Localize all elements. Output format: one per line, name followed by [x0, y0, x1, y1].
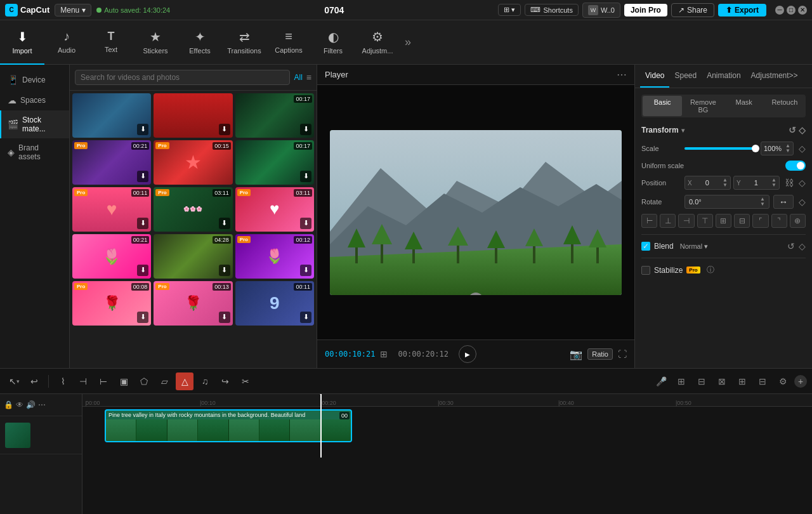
transform-keyframe-icon[interactable]: ◇: [799, 125, 806, 135]
tl-group3-button[interactable]: ⊠: [713, 372, 731, 390]
stabilize-checkbox[interactable]: [641, 266, 650, 275]
align-center-v[interactable]: ⊞: [716, 214, 731, 228]
toolbar-text[interactable]: T Text: [89, 20, 133, 65]
audio-icon[interactable]: 🔊: [26, 400, 36, 409]
media-thumb-7[interactable]: ♥ Pro 00:11 ⬇: [72, 187, 151, 232]
tl-split-tool[interactable]: ⌇: [54, 372, 72, 390]
tl-zoom-plus-button[interactable]: +: [794, 375, 807, 388]
rotate-field[interactable]: 0.0° ▲ ▼: [684, 195, 769, 209]
align-tr[interactable]: ⌝: [771, 214, 787, 228]
uniform-scale-toggle[interactable]: [785, 161, 806, 171]
tl-split3-tool[interactable]: ⊢: [95, 372, 112, 390]
sidebar-item-spaces[interactable]: ☁ Spaces: [0, 90, 69, 110]
scale-value[interactable]: 100% ▲ ▼: [761, 142, 794, 155]
play-button[interactable]: ▶: [459, 345, 476, 363]
download-icon-2[interactable]: ⬇: [219, 124, 230, 135]
position-y-field[interactable]: Y 1 ▲ ▼: [733, 176, 780, 190]
media-thumb-15[interactable]: 9 00:11 ⬇: [235, 281, 314, 326]
align-right[interactable]: ⊣: [678, 214, 694, 228]
media-thumb-11[interactable]: 04:28 ⬇: [154, 234, 232, 279]
rotate-stepper[interactable]: ▲ ▼: [760, 197, 765, 207]
minimize-button[interactable]: ─: [775, 6, 784, 15]
share-button[interactable]: ↗ Share: [671, 3, 714, 17]
tab-animation[interactable]: Animation: [702, 65, 745, 88]
tl-trim-tool[interactable]: ✂: [237, 372, 254, 390]
align-distribute[interactable]: ⊕: [790, 214, 806, 228]
sidebar-item-stock[interactable]: 🎬 Stock mate...: [0, 110, 69, 138]
search-input[interactable]: [75, 70, 290, 85]
position-keyframe-icon[interactable]: ◇: [799, 178, 806, 188]
tl-pip-tool[interactable]: ▱: [155, 372, 173, 390]
download-icon-11[interactable]: ⬇: [219, 265, 230, 276]
download-icon-10[interactable]: ⬇: [137, 265, 148, 276]
all-filter-button[interactable]: All: [294, 73, 302, 82]
media-thumb-12[interactable]: 🌷 Pro 00:12 ⬇: [235, 234, 314, 279]
download-icon-1[interactable]: ⬇: [137, 124, 148, 135]
download-icon-14[interactable]: ⬇: [219, 312, 230, 323]
layout-button[interactable]: ⊞ ▾: [498, 4, 521, 16]
grid-icon[interactable]: ⊞: [380, 349, 388, 359]
media-thumb-5[interactable]: ★ Pro 00:15: [154, 140, 232, 185]
tl-group5-button[interactable]: ⊟: [754, 372, 771, 390]
scale-keyframe-icon[interactable]: ◇: [799, 143, 806, 154]
transform-reset-icon[interactable]: ↺: [789, 125, 796, 135]
media-thumb-13[interactable]: 🌹 Pro 00:08 ⬇: [72, 281, 151, 326]
subtab-retouch[interactable]: Retouch: [765, 96, 804, 116]
download-icon-3[interactable]: ⬇: [300, 124, 311, 135]
y-stepper[interactable]: ▲ ▼: [771, 178, 776, 188]
sidebar-item-brand[interactable]: ◈ Brand assets: [0, 138, 69, 166]
ratio-button[interactable]: Ratio: [587, 348, 613, 360]
media-thumb-10[interactable]: 🌷 00:21 ⬇: [72, 234, 151, 279]
export-button[interactable]: ⬆ Export: [718, 4, 766, 16]
toolbar-more-button[interactable]: »: [400, 36, 416, 49]
tl-undo-tool[interactable]: ↩: [25, 372, 43, 390]
subtab-mask[interactable]: Mask: [724, 96, 764, 116]
align-tl[interactable]: ⌜: [752, 214, 768, 228]
track-area[interactable]: 00:00 |00:10 |00:20 |00:30 |00:40 |00:50…: [82, 394, 812, 514]
position-link-icon[interactable]: ⛓: [785, 178, 794, 188]
filter-icon[interactable]: ≡: [306, 72, 311, 82]
tl-group2-button[interactable]: ⊟: [693, 372, 710, 390]
tl-marker-tool[interactable]: △: [176, 372, 193, 390]
camera-icon[interactable]: 📷: [570, 348, 582, 360]
tl-group1-button[interactable]: ⊞: [672, 372, 690, 390]
media-thumb-3[interactable]: 00:17 ⬇: [235, 93, 314, 138]
menu-button[interactable]: Menu ▾: [55, 4, 91, 16]
media-thumb-4[interactable]: Pro 00:21 ⬇: [72, 140, 151, 185]
tl-group4-button[interactable]: ⊞: [733, 372, 751, 390]
toolbar-filters[interactable]: ◐ Filters: [311, 20, 355, 65]
tl-audio-tool[interactable]: ♫: [196, 372, 214, 390]
media-thumb-8[interactable]: 🌸🌸🌸 Pro 03:11 ⬇: [154, 187, 232, 232]
video-clip-1[interactable]: Pine tree valley in Italy with rocky mou…: [105, 409, 352, 442]
align-left[interactable]: ⊢: [641, 214, 657, 228]
tab-video[interactable]: Video: [640, 65, 669, 88]
x-stepper[interactable]: ▲ ▼: [723, 178, 728, 188]
tl-mic-button[interactable]: 🎤: [652, 372, 670, 390]
blend-checkbox[interactable]: ✓: [641, 242, 650, 251]
subtab-removebg[interactable]: Remove BG: [683, 96, 723, 116]
blend-dropdown[interactable]: Normal ▾: [680, 242, 708, 251]
sidebar-item-device[interactable]: 📱 Device: [0, 70, 69, 90]
toolbar-transitions[interactable]: ⇄ Transitions: [222, 20, 266, 65]
align-center-h[interactable]: ⊥: [660, 214, 676, 228]
scale-stepper[interactable]: ▲ ▼: [785, 143, 790, 154]
tl-select-tool[interactable]: ↖ ▾: [5, 372, 23, 390]
download-icon-6[interactable]: ⬇: [300, 171, 311, 182]
media-thumb-14[interactable]: 🌹 Pro 00:13 ⬇: [154, 281, 232, 326]
toolbar-import[interactable]: ⬇ Import: [0, 20, 44, 65]
toolbar-adjust[interactable]: ⚙ Adjustm...: [355, 20, 400, 65]
join-pro-button[interactable]: Join Pro: [624, 4, 667, 16]
align-bottom[interactable]: ⊟: [734, 214, 750, 228]
media-thumb-6[interactable]: 00:17 ⬇: [235, 140, 314, 185]
download-icon-7[interactable]: ⬇: [137, 218, 148, 229]
flip-button[interactable]: ↔: [773, 195, 794, 209]
visibility-icon[interactable]: 👁: [16, 400, 23, 409]
workspace-button[interactable]: W W..0: [582, 3, 620, 18]
shortcuts-button[interactable]: ⌨ Shortcuts: [525, 4, 578, 16]
download-icon-13[interactable]: ⬇: [137, 312, 148, 323]
toolbar-effects[interactable]: ✦ Effects: [178, 20, 222, 65]
maximize-button[interactable]: □: [787, 6, 796, 15]
align-top[interactable]: ⊤: [697, 214, 713, 228]
media-thumb-9[interactable]: ♥ Pro 03:11 ⬇: [235, 187, 314, 232]
transform-section-title[interactable]: Transform ▾ ↺ ◇: [641, 125, 806, 135]
